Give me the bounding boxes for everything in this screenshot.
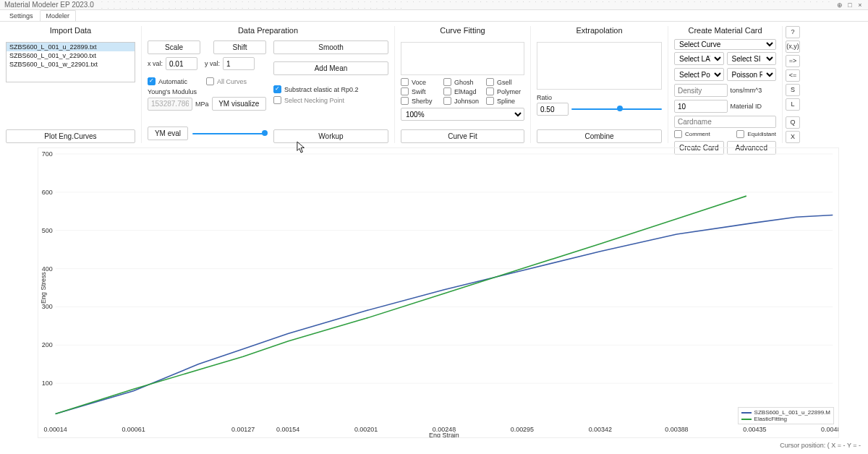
ratio-label: Ratio [537,94,662,101]
side-fwd[interactable]: => [786,55,800,67]
svg-text:0.00342: 0.00342 [589,426,612,433]
svg-text:Eng Strain: Eng Strain [429,432,459,437]
yval-input[interactable] [223,57,255,70]
side-help[interactable]: ? [786,26,800,38]
legend-series1: SZBS600_L_001_u_22899.M [754,409,830,416]
cb-elmagd[interactable] [443,87,451,95]
ym-eval-button[interactable]: YM eval [148,127,188,140]
status-bar: Cursor position: ( X = - Y = - [0,441,868,451]
svg-text:0.00154: 0.00154 [276,426,299,433]
side-q[interactable]: Q [786,116,800,129]
select-si[interactable]: Select SI [727,52,777,65]
fitting-preview [401,42,524,75]
svg-text:0.00127: 0.00127 [231,426,255,433]
svg-text:Eng Stress: Eng Stress [40,272,47,304]
cb-gsell[interactable] [486,78,494,86]
xval-input[interactable] [166,57,197,70]
panel-title-fitting: Curve Fitting [401,26,524,38]
necking-checkbox[interactable] [273,96,281,104]
close-icon[interactable]: × [856,1,864,9]
combine-button[interactable]: Combine [537,129,662,143]
comment-checkbox[interactable] [674,130,682,138]
svg-text:0.00061: 0.00061 [122,426,145,433]
cursor-position-text: Cursor position: ( X = - Y = - [780,442,861,449]
poisson-select[interactable]: Poisson Ratio [727,68,777,81]
titlebar-dots: · · · · · · · · · · · · · · · · · · · · … [101,0,836,12]
cb-johnson[interactable] [443,97,451,105]
svg-text:0.00295: 0.00295 [511,426,534,433]
automatic-checkbox[interactable] [148,77,156,85]
addmean-button[interactable]: Add Mean [273,61,388,75]
window-title: Material Modeler EP 2023.0 [4,1,94,9]
svg-text:0.00482: 0.00482 [821,426,838,433]
side-l[interactable]: L [786,98,800,111]
svg-text:0.00201: 0.00201 [354,426,378,433]
val10-input[interactable] [674,100,728,113]
svg-text:0.00388: 0.00388 [665,426,688,433]
ratio-slider[interactable] [571,104,662,114]
select-points[interactable]: Select Points [674,68,724,81]
substract-checkbox[interactable] [273,85,281,93]
svg-text:200: 200 [42,341,53,348]
panel-title-extrap: Extrapolation [537,26,662,38]
automatic-label: Automatic [158,78,187,85]
shift-button[interactable]: Shift [213,40,266,54]
panels-row: Import Data SZBS600_L_001_u_22899.txt SZ… [0,22,868,146]
fitting-pct-select[interactable]: 100% [401,108,524,121]
cb-spline[interactable] [486,97,494,105]
yval-label: y val: [205,60,220,67]
tab-settings[interactable]: Settings [3,10,40,21]
ym-unit: MPa [195,100,209,108]
maximize-icon[interactable]: □ [846,1,854,9]
panel-title-import: Import Data [6,26,135,38]
xval-label: x val: [148,60,163,67]
allcurves-label: All Curves [217,78,247,85]
scale-button[interactable]: Scale [148,40,200,54]
ym-value [148,98,192,111]
tab-modeler[interactable]: Modeler [40,10,77,21]
ym-label: Young's Modulus [148,88,266,95]
chart-area[interactable]: 1002003004005006007000.000140.000610.001… [38,147,839,438]
svg-text:600: 600 [42,189,53,196]
panel-title-card: Create Material Card [674,26,776,35]
file-item[interactable]: SZBS600_L_001_v_22900.txt [7,51,135,60]
cb-swift[interactable] [401,87,409,95]
svg-text:500: 500 [42,227,53,234]
plot-eng-curves-button[interactable]: Plot Eng.Curves [6,129,135,143]
svg-text:400: 400 [42,265,53,273]
ym-slider[interactable] [192,129,266,139]
tabs-bar: Settings Modeler [0,10,868,22]
curve-fit-button[interactable]: Curve Fit [401,129,524,143]
substract-label: Substract elastic at Rp0.2 [284,86,359,93]
cb-ghosh[interactable] [443,78,451,86]
equidistant-checkbox[interactable] [736,130,744,138]
extrap-preview [537,42,662,90]
pin-icon[interactable]: ⊕ [836,1,843,9]
cb-sherby[interactable] [401,97,409,105]
cb-voce[interactable] [401,78,409,86]
file-item[interactable]: SZBS600_L_001_u_22899.txt [7,43,135,51]
side-xy[interactable]: (x,y) [786,40,800,53]
side-back[interactable]: <= [786,69,800,82]
side-x[interactable]: X [786,131,800,143]
panel-title-dataprep: Data Preparation [148,26,388,36]
svg-text:700: 700 [42,150,53,158]
file-list[interactable]: SZBS600_L_001_u_22899.txt SZBS600_L_001_… [6,42,135,82]
allcurves-checkbox[interactable] [206,77,214,85]
workup-button[interactable]: Workup [273,129,388,143]
titlebar: Material Modeler EP 2023.0 · · · · · · ·… [0,0,868,10]
cardname-input[interactable] [674,116,776,128]
ym-visualize-button[interactable]: YM visualize [212,97,266,111]
density-input[interactable] [674,84,728,97]
svg-text:0.00014: 0.00014 [43,426,67,433]
chart-legend: SZBS600_L_001_u_22899.M ElasticFitting [738,407,834,424]
select-curve[interactable]: Select Curve [674,39,776,50]
select-law[interactable]: Select LAW [674,52,724,65]
smooth-button[interactable]: Smooth [273,40,388,54]
ratio-input[interactable] [537,103,569,116]
file-item[interactable]: SZBS600_L_001_w_22901.txt [7,60,135,69]
chart-svg: 1002003004005006007000.000140.000610.001… [38,148,838,437]
side-s[interactable]: S [786,84,800,96]
cb-polymer[interactable] [486,87,494,95]
necking-label: Select Necking Point [284,97,344,104]
